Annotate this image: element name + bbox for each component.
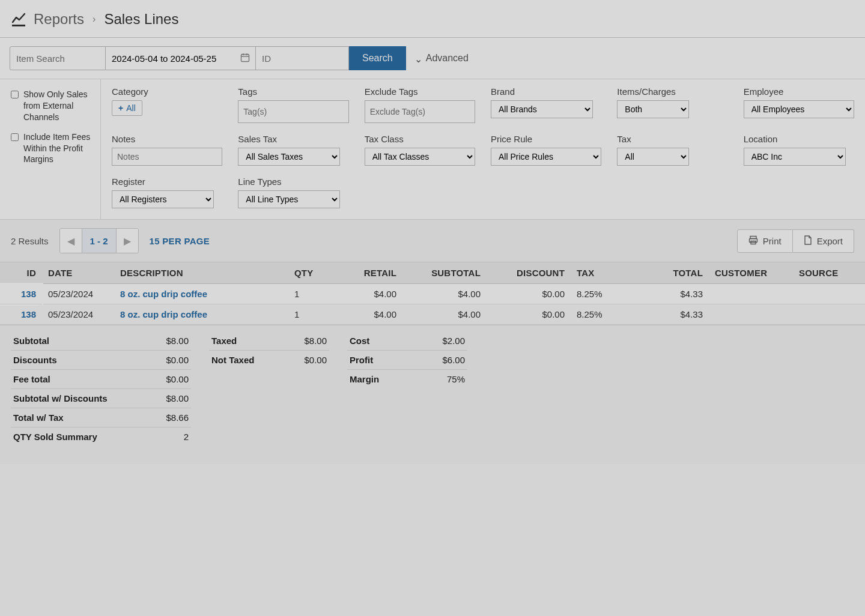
category-all-button[interactable]: + All — [112, 100, 142, 116]
filter-brand-label: Brand — [491, 86, 601, 97]
th-source[interactable]: SOURCE — [793, 262, 865, 284]
th-discount[interactable]: DISCOUNT — [487, 262, 571, 284]
chk-external-channels[interactable]: Show Only Sales from External Channels — [11, 89, 93, 123]
sum-profit-value: $6.00 — [442, 355, 465, 365]
sum-nottaxed-label: Not Taxed — [211, 355, 254, 365]
export-button[interactable]: Export — [793, 229, 854, 253]
chk-external-channels-label: Show Only Sales from External Channels — [23, 89, 93, 123]
notes-input[interactable] — [112, 148, 222, 166]
tags-input[interactable] — [238, 100, 348, 123]
row-retail: $4.00 — [330, 284, 402, 304]
row-customer — [709, 304, 793, 325]
row-description-link[interactable]: 8 oz. cup drip coffee — [120, 309, 207, 319]
filter-exclude-tags: Exclude Tags — [365, 86, 475, 123]
row-customer — [709, 284, 793, 304]
tax-class-select[interactable]: All Tax Classes — [365, 148, 475, 166]
per-page-link[interactable]: 15 PER PAGE — [150, 236, 210, 246]
summary-col-2: Taxed$8.00 Not Taxed$0.00 — [209, 331, 329, 446]
filter-location: Location ABC Inc — [744, 134, 854, 166]
print-button[interactable]: Print — [737, 229, 793, 253]
items-charges-select[interactable]: Both — [617, 100, 689, 118]
sum-subtotal-value: $8.00 — [166, 336, 189, 346]
th-customer[interactable]: CUSTOMER — [709, 262, 793, 284]
print-icon — [748, 235, 758, 247]
filter-register-label: Register — [112, 177, 222, 187]
th-subtotal[interactable]: SUBTOTAL — [402, 262, 487, 284]
sales-tax-select[interactable]: All Sales Taxes — [238, 148, 340, 166]
sum-cost-label: Cost — [350, 336, 369, 346]
sum-qtysold-label: QTY Sold Summary — [13, 432, 97, 442]
filter-tax-class-label: Tax Class — [365, 134, 475, 144]
filter-items-charges-label: Items/Charges — [617, 86, 727, 97]
th-tax[interactable]: TAX — [571, 262, 625, 284]
chart-line-icon — [12, 13, 25, 26]
employee-select[interactable]: All Employees — [744, 100, 854, 118]
pager-next[interactable]: ▶ — [117, 229, 138, 253]
id-input[interactable] — [256, 46, 349, 70]
th-date[interactable]: DATE — [42, 262, 114, 284]
row-source — [793, 284, 865, 304]
results-bar: 2 Results ◀ 1 - 2 ▶ 15 PER PAGE Print Ex… — [0, 220, 865, 262]
sum-nottaxed-value: $0.00 — [304, 355, 327, 365]
location-select[interactable]: ABC Inc — [744, 148, 846, 166]
sum-profit-label: Profit — [350, 355, 373, 365]
category-all-text: All — [126, 103, 136, 113]
export-icon — [804, 235, 812, 247]
advanced-label: Advanced — [426, 53, 469, 64]
sum-margin-label: Margin — [350, 374, 379, 384]
advanced-toggle[interactable]: ⌄ Advanced — [414, 53, 469, 64]
filter-category-label: Category — [112, 86, 222, 97]
chk-include-item-fees[interactable]: Include Item Fees Within the Profit Marg… — [11, 131, 93, 166]
date-range-input[interactable] — [106, 46, 256, 70]
row-id-link[interactable]: 138 — [21, 309, 36, 319]
filter-exclude-tags-label: Exclude Tags — [365, 86, 475, 97]
th-qty[interactable]: QTY — [288, 262, 330, 284]
filter-notes-label: Notes — [112, 134, 222, 144]
plus-icon: + — [118, 103, 123, 113]
th-id[interactable]: ID — [0, 262, 42, 284]
th-total[interactable]: TOTAL — [625, 262, 709, 284]
tax-select[interactable]: All — [617, 148, 689, 166]
sum-qtysold-value: 2 — [184, 432, 189, 442]
chevron-right-icon: › — [93, 14, 96, 25]
row-date: 05/23/2024 — [42, 284, 114, 304]
filter-line-types: Line Types All Line Types — [238, 177, 348, 208]
filter-items-charges: Items/Charges Both — [617, 86, 727, 118]
search-button[interactable]: Search — [349, 46, 406, 70]
filter-tags: Tags — [238, 86, 348, 123]
row-description-link[interactable]: 8 oz. cup drip coffee — [120, 289, 207, 299]
pager-prev[interactable]: ◀ — [60, 229, 82, 253]
filter-sales-tax-label: Sales Tax — [238, 134, 348, 144]
summary-panel: Subtotal$8.00 Discounts$0.00 Fee total$0… — [0, 325, 865, 464]
row-discount: $0.00 — [487, 304, 571, 325]
row-id-link[interactable]: 138 — [21, 289, 36, 299]
price-rule-select[interactable]: All Price Rules — [491, 148, 601, 166]
breadcrumb-reports[interactable]: Reports — [34, 11, 84, 28]
chk-include-item-fees-label: Include Item Fees Within the Profit Marg… — [23, 131, 93, 166]
th-description[interactable]: DESCRIPTION — [114, 262, 288, 284]
exclude-tags-input[interactable] — [365, 100, 475, 123]
chk-include-item-fees-input[interactable] — [11, 133, 19, 141]
line-types-select[interactable]: All Line Types — [238, 190, 340, 208]
th-retail[interactable]: RETAIL — [330, 262, 402, 284]
search-bar: Search ⌄ Advanced — [0, 38, 865, 79]
chk-external-channels-input[interactable] — [11, 91, 19, 98]
row-tax: 8.25% — [571, 284, 625, 304]
filter-tax-class: Tax Class All Tax Classes — [365, 134, 475, 166]
register-select[interactable]: All Registers — [112, 190, 214, 208]
pager: ◀ 1 - 2 ▶ — [59, 228, 139, 253]
sum-taxed-value: $8.00 — [304, 336, 327, 346]
sum-taxed-label: Taxed — [211, 336, 237, 346]
row-date: 05/23/2024 — [42, 304, 114, 325]
item-search-input[interactable] — [10, 46, 106, 70]
table-row[interactable]: 13805/23/20248 oz. cup drip coffee1$4.00… — [0, 284, 865, 304]
sum-totaltax-label: Total w/ Tax — [13, 412, 64, 423]
row-discount: $0.00 — [487, 284, 571, 304]
filter-register: Register All Registers — [112, 177, 222, 208]
sales-lines-table: ID DATE DESCRIPTION QTY RETAIL SUBTOTAL … — [0, 262, 865, 325]
table-row[interactable]: 13805/23/20248 oz. cup drip coffee1$4.00… — [0, 304, 865, 325]
brand-select[interactable]: All Brands — [491, 100, 593, 118]
sum-cost-value: $2.00 — [442, 336, 465, 346]
filter-line-types-label: Line Types — [238, 177, 348, 187]
filter-employee-label: Employee — [744, 86, 854, 97]
